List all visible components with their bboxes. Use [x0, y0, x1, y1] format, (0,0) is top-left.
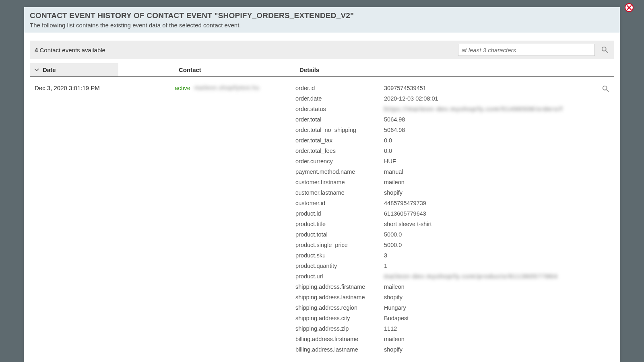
detail-value: 1 — [384, 261, 614, 271]
detail-value: 2020-12-03 02:08:01 — [384, 93, 614, 104]
detail-value: 5064.98 — [384, 125, 614, 135]
detail-key: product.single_price — [295, 240, 384, 250]
detail-key: customer.id — [295, 198, 384, 208]
toolbar: 4 Contact events available — [30, 41, 614, 59]
search-input[interactable] — [458, 44, 595, 56]
detail-value: https://maileon-dev.myshopify.com/514965… — [384, 104, 614, 114]
detail-value: shopify — [384, 292, 614, 302]
detail-key: shipping.address.zip — [295, 323, 384, 334]
table-header: Date Contact Details — [30, 63, 614, 77]
detail-value: maileon-dev.myshopify.com/products/61136… — [384, 271, 614, 282]
detail-key: order.id — [295, 83, 384, 93]
detail-value: 3 — [384, 250, 614, 261]
detail-value: maileon — [384, 334, 614, 344]
search-icon — [601, 45, 609, 54]
row-search-button[interactable] — [601, 84, 610, 93]
modal-dialog: CONTACT EVENT HISTORY OF CONTACT EVENT "… — [24, 7, 620, 362]
modal-header: CONTACT EVENT HISTORY OF CONTACT EVENT "… — [24, 7, 620, 33]
search-icon — [601, 84, 610, 93]
detail-key: order.total_tax — [295, 135, 384, 146]
detail-value: 5000.0 — [384, 229, 614, 240]
event-count-text: Contact events available — [38, 47, 105, 53]
detail-value: manual — [384, 167, 614, 177]
detail-key: shipping.address.firstname — [295, 282, 384, 292]
contact-email: maileon.shopifytest.hu — [194, 84, 259, 91]
detail-key: order.total_fees — [295, 146, 384, 156]
detail-key: payment.method.name — [295, 167, 384, 177]
detail-key: order.status — [295, 104, 384, 114]
detail-value: short sleeve t-shirt — [384, 219, 614, 229]
detail-key: billing.address.lastname — [295, 344, 384, 355]
detail-key: shipping.address.lastname — [295, 292, 384, 302]
detail-key: product.total — [295, 229, 384, 240]
detail-value: 0.0 — [384, 135, 614, 146]
column-header-details: Details — [295, 63, 614, 76]
details-values: 30975745394512020-12-03 02:08:01https://… — [384, 83, 614, 355]
detail-value: 4485795479739 — [384, 198, 614, 208]
detail-value: Hungary — [384, 302, 614, 313]
detail-key: product.title — [295, 219, 384, 229]
modal-subtitle: The following list contains the existing… — [30, 22, 614, 29]
detail-key: product.sku — [295, 250, 384, 261]
event-count: 4 Contact events available — [35, 47, 105, 53]
detail-key: billing.address.firstname — [295, 334, 384, 344]
column-header-date-label: Date — [43, 66, 56, 73]
details-keys: order.idorder.dateorder.statusorder.tota… — [295, 83, 384, 355]
detail-value: 3097574539451 — [384, 83, 614, 93]
column-header-contact: Contact — [175, 63, 295, 76]
detail-value: maileon — [384, 177, 614, 187]
detail-key: order.currency — [295, 156, 384, 167]
detail-value: shopify — [384, 187, 614, 198]
detail-value: 0.0 — [384, 146, 614, 156]
detail-key: product.url — [295, 271, 384, 282]
search-button[interactable] — [601, 45, 609, 54]
detail-key: customer.lastname — [295, 187, 384, 198]
detail-key: shipping.address.city — [295, 313, 384, 323]
detail-value: 5000.0 — [384, 240, 614, 250]
modal-title: CONTACT EVENT HISTORY OF CONTACT EVENT "… — [30, 11, 614, 20]
event-date: Dec 3, 2020 3:01:19 PM — [30, 83, 175, 355]
detail-value: 1112 — [384, 323, 614, 334]
column-header-date[interactable]: Date — [30, 63, 118, 76]
close-icon — [627, 5, 632, 10]
close-button[interactable] — [625, 3, 634, 12]
detail-key: customer.firstname — [295, 177, 384, 187]
detail-value: Budapest — [384, 313, 614, 323]
detail-value: maileon — [384, 282, 614, 292]
detail-key: order.date — [295, 93, 384, 104]
detail-value: 6113605779643 — [384, 208, 614, 219]
chevron-down-icon — [34, 67, 39, 73]
detail-key: order.total — [295, 114, 384, 125]
detail-value: HUF — [384, 156, 614, 167]
detail-value: 5064.98 — [384, 114, 614, 125]
detail-value: shopify — [384, 344, 614, 355]
detail-key: product.quantity — [295, 261, 384, 271]
detail-key: order.total_no_shipping — [295, 125, 384, 135]
detail-key: product.id — [295, 208, 384, 219]
status-badge: active — [175, 84, 190, 91]
detail-key: shipping.address.region — [295, 302, 384, 313]
table-row: Dec 3, 2020 3:01:19 PM active maileon.sh… — [30, 77, 614, 355]
